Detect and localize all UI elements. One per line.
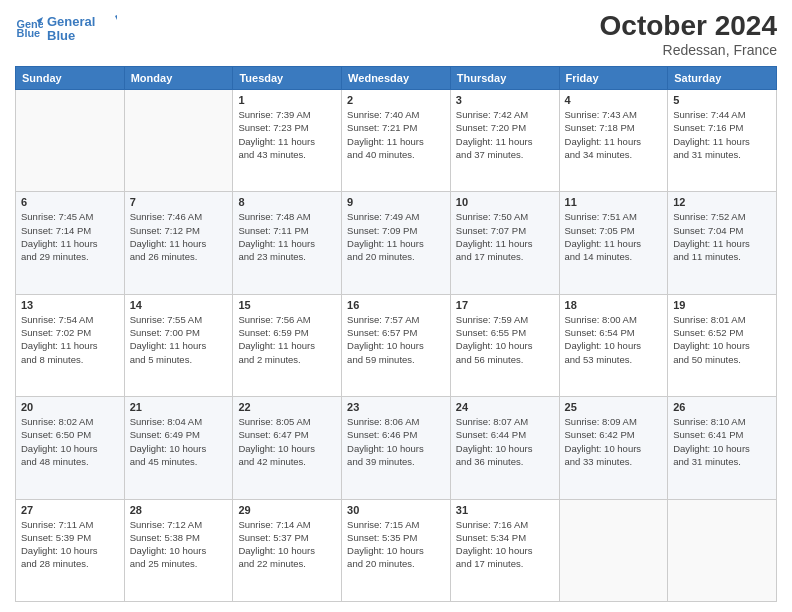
day-info: Sunrise: 7:52 AM Sunset: 7:04 PM Dayligh… <box>673 210 771 263</box>
table-row: 14Sunrise: 7:55 AM Sunset: 7:00 PM Dayli… <box>124 294 233 396</box>
table-row: 11Sunrise: 7:51 AM Sunset: 7:05 PM Dayli… <box>559 192 668 294</box>
col-sunday: Sunday <box>16 67 125 90</box>
table-row: 2Sunrise: 7:40 AM Sunset: 7:21 PM Daylig… <box>342 90 451 192</box>
day-number: 12 <box>673 196 771 208</box>
table-row: 4Sunrise: 7:43 AM Sunset: 7:18 PM Daylig… <box>559 90 668 192</box>
day-info: Sunrise: 7:59 AM Sunset: 6:55 PM Dayligh… <box>456 313 554 366</box>
day-number: 24 <box>456 401 554 413</box>
day-number: 27 <box>21 504 119 516</box>
day-number: 1 <box>238 94 336 106</box>
table-row: 5Sunrise: 7:44 AM Sunset: 7:16 PM Daylig… <box>668 90 777 192</box>
day-info: Sunrise: 7:14 AM Sunset: 5:37 PM Dayligh… <box>238 518 336 571</box>
day-number: 7 <box>130 196 228 208</box>
col-friday: Friday <box>559 67 668 90</box>
calendar-body: 1Sunrise: 7:39 AM Sunset: 7:23 PM Daylig… <box>16 90 777 602</box>
col-thursday: Thursday <box>450 67 559 90</box>
calendar-week-2: 13Sunrise: 7:54 AM Sunset: 7:02 PM Dayli… <box>16 294 777 396</box>
svg-marker-5 <box>115 12 117 24</box>
day-info: Sunrise: 7:54 AM Sunset: 7:02 PM Dayligh… <box>21 313 119 366</box>
day-number: 31 <box>456 504 554 516</box>
table-row <box>124 90 233 192</box>
day-number: 9 <box>347 196 445 208</box>
table-row: 25Sunrise: 8:09 AM Sunset: 6:42 PM Dayli… <box>559 397 668 499</box>
table-row: 6Sunrise: 7:45 AM Sunset: 7:14 PM Daylig… <box>16 192 125 294</box>
day-number: 30 <box>347 504 445 516</box>
col-wednesday: Wednesday <box>342 67 451 90</box>
table-row: 27Sunrise: 7:11 AM Sunset: 5:39 PM Dayli… <box>16 499 125 601</box>
day-number: 21 <box>130 401 228 413</box>
day-number: 10 <box>456 196 554 208</box>
table-row: 16Sunrise: 7:57 AM Sunset: 6:57 PM Dayli… <box>342 294 451 396</box>
logo: General Blue General Blue <box>15 10 117 46</box>
day-number: 18 <box>565 299 663 311</box>
day-number: 20 <box>21 401 119 413</box>
svg-text:General: General <box>47 14 95 29</box>
table-row <box>16 90 125 192</box>
day-number: 28 <box>130 504 228 516</box>
table-row: 28Sunrise: 7:12 AM Sunset: 5:38 PM Dayli… <box>124 499 233 601</box>
table-row: 26Sunrise: 8:10 AM Sunset: 6:41 PM Dayli… <box>668 397 777 499</box>
table-row: 23Sunrise: 8:06 AM Sunset: 6:46 PM Dayli… <box>342 397 451 499</box>
page: General Blue General Blue October 2024 R… <box>0 0 792 612</box>
table-row: 17Sunrise: 7:59 AM Sunset: 6:55 PM Dayli… <box>450 294 559 396</box>
day-number: 11 <box>565 196 663 208</box>
day-info: Sunrise: 7:11 AM Sunset: 5:39 PM Dayligh… <box>21 518 119 571</box>
calendar-week-0: 1Sunrise: 7:39 AM Sunset: 7:23 PM Daylig… <box>16 90 777 192</box>
day-info: Sunrise: 7:44 AM Sunset: 7:16 PM Dayligh… <box>673 108 771 161</box>
day-number: 29 <box>238 504 336 516</box>
day-number: 25 <box>565 401 663 413</box>
month-title: October 2024 <box>600 10 777 42</box>
table-row <box>668 499 777 601</box>
day-info: Sunrise: 7:56 AM Sunset: 6:59 PM Dayligh… <box>238 313 336 366</box>
calendar-header: Sunday Monday Tuesday Wednesday Thursday… <box>16 67 777 90</box>
day-info: Sunrise: 8:02 AM Sunset: 6:50 PM Dayligh… <box>21 415 119 468</box>
table-row: 12Sunrise: 7:52 AM Sunset: 7:04 PM Dayli… <box>668 192 777 294</box>
day-number: 22 <box>238 401 336 413</box>
day-info: Sunrise: 8:10 AM Sunset: 6:41 PM Dayligh… <box>673 415 771 468</box>
table-row: 24Sunrise: 8:07 AM Sunset: 6:44 PM Dayli… <box>450 397 559 499</box>
calendar-table: Sunday Monday Tuesday Wednesday Thursday… <box>15 66 777 602</box>
day-info: Sunrise: 8:09 AM Sunset: 6:42 PM Dayligh… <box>565 415 663 468</box>
day-info: Sunrise: 7:16 AM Sunset: 5:34 PM Dayligh… <box>456 518 554 571</box>
table-row: 8Sunrise: 7:48 AM Sunset: 7:11 PM Daylig… <box>233 192 342 294</box>
day-info: Sunrise: 7:15 AM Sunset: 5:35 PM Dayligh… <box>347 518 445 571</box>
header-row: Sunday Monday Tuesday Wednesday Thursday… <box>16 67 777 90</box>
svg-text:Blue: Blue <box>47 28 75 43</box>
table-row: 18Sunrise: 8:00 AM Sunset: 6:54 PM Dayli… <box>559 294 668 396</box>
day-info: Sunrise: 7:51 AM Sunset: 7:05 PM Dayligh… <box>565 210 663 263</box>
day-info: Sunrise: 7:39 AM Sunset: 7:23 PM Dayligh… <box>238 108 336 161</box>
day-number: 23 <box>347 401 445 413</box>
day-number: 15 <box>238 299 336 311</box>
table-row: 21Sunrise: 8:04 AM Sunset: 6:49 PM Dayli… <box>124 397 233 499</box>
header: General Blue General Blue October 2024 R… <box>15 10 777 58</box>
day-info: Sunrise: 8:01 AM Sunset: 6:52 PM Dayligh… <box>673 313 771 366</box>
col-saturday: Saturday <box>668 67 777 90</box>
logo-icon: General Blue <box>15 14 43 42</box>
day-info: Sunrise: 7:46 AM Sunset: 7:12 PM Dayligh… <box>130 210 228 263</box>
table-row: 3Sunrise: 7:42 AM Sunset: 7:20 PM Daylig… <box>450 90 559 192</box>
day-number: 5 <box>673 94 771 106</box>
table-row: 20Sunrise: 8:02 AM Sunset: 6:50 PM Dayli… <box>16 397 125 499</box>
table-row: 13Sunrise: 7:54 AM Sunset: 7:02 PM Dayli… <box>16 294 125 396</box>
day-number: 8 <box>238 196 336 208</box>
logo-svg: General Blue <box>47 10 117 46</box>
day-info: Sunrise: 8:04 AM Sunset: 6:49 PM Dayligh… <box>130 415 228 468</box>
day-number: 4 <box>565 94 663 106</box>
day-info: Sunrise: 8:06 AM Sunset: 6:46 PM Dayligh… <box>347 415 445 468</box>
day-info: Sunrise: 7:50 AM Sunset: 7:07 PM Dayligh… <box>456 210 554 263</box>
table-row: 15Sunrise: 7:56 AM Sunset: 6:59 PM Dayli… <box>233 294 342 396</box>
table-row: 1Sunrise: 7:39 AM Sunset: 7:23 PM Daylig… <box>233 90 342 192</box>
day-info: Sunrise: 7:55 AM Sunset: 7:00 PM Dayligh… <box>130 313 228 366</box>
calendar-week-3: 20Sunrise: 8:02 AM Sunset: 6:50 PM Dayli… <box>16 397 777 499</box>
table-row: 9Sunrise: 7:49 AM Sunset: 7:09 PM Daylig… <box>342 192 451 294</box>
day-info: Sunrise: 7:43 AM Sunset: 7:18 PM Dayligh… <box>565 108 663 161</box>
col-monday: Monday <box>124 67 233 90</box>
day-number: 3 <box>456 94 554 106</box>
day-info: Sunrise: 8:07 AM Sunset: 6:44 PM Dayligh… <box>456 415 554 468</box>
day-info: Sunrise: 7:12 AM Sunset: 5:38 PM Dayligh… <box>130 518 228 571</box>
table-row: 29Sunrise: 7:14 AM Sunset: 5:37 PM Dayli… <box>233 499 342 601</box>
col-tuesday: Tuesday <box>233 67 342 90</box>
day-info: Sunrise: 8:05 AM Sunset: 6:47 PM Dayligh… <box>238 415 336 468</box>
table-row: 30Sunrise: 7:15 AM Sunset: 5:35 PM Dayli… <box>342 499 451 601</box>
table-row: 7Sunrise: 7:46 AM Sunset: 7:12 PM Daylig… <box>124 192 233 294</box>
